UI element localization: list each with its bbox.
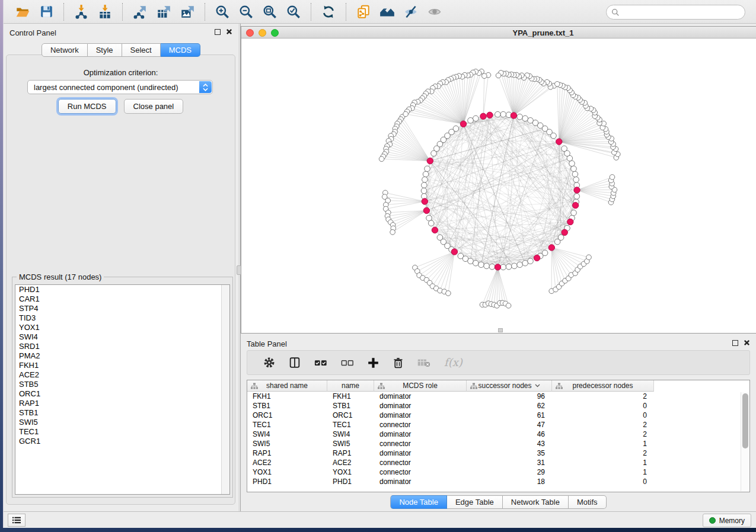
maximize-window-icon[interactable] — [271, 29, 279, 37]
tab-style[interactable]: Style — [88, 43, 122, 57]
table-cell[interactable]: dominator — [374, 392, 467, 401]
zoom-in-icon[interactable] — [213, 3, 231, 21]
task-history-button[interactable] — [8, 514, 25, 527]
search-field[interactable] — [606, 5, 745, 20]
result-node-item[interactable]: RAP1 — [15, 399, 229, 408]
result-node-item[interactable]: PMA2 — [15, 351, 229, 361]
result-node-item[interactable]: SRD1 — [15, 342, 229, 351]
table-cell[interactable]: dominator — [374, 430, 467, 439]
tab-mcds[interactable]: MCDS — [161, 43, 200, 57]
export-table-icon[interactable] — [155, 3, 173, 21]
first-neighbors-icon[interactable] — [378, 3, 396, 21]
table-cell[interactable]: 0 — [552, 401, 654, 411]
table-cell[interactable]: 1 — [552, 467, 654, 477]
result-node-item[interactable]: STP4 — [15, 304, 229, 313]
result-list-scrollbar[interactable] — [221, 285, 229, 494]
table-cell[interactable]: STB1 — [247, 401, 327, 411]
import-network-icon[interactable] — [72, 3, 90, 21]
table-row[interactable]: FKH1FKH1dominator962 — [247, 392, 749, 401]
table-cell[interactable]: 46 — [467, 430, 552, 439]
table-cell[interactable]: dominator — [374, 401, 467, 411]
table-scrollbar[interactable] — [741, 392, 749, 491]
table-row[interactable]: SWI5SWI5connector431 — [247, 439, 749, 448]
table-cell[interactable]: STB1 — [327, 401, 374, 411]
table-cell[interactable]: 2 — [552, 392, 654, 401]
table-cell[interactable]: ORC1 — [247, 411, 327, 420]
hide-selected-icon[interactable] — [402, 3, 420, 21]
result-node-item[interactable]: ORC1 — [15, 389, 229, 399]
table-scrollbar-thumb[interactable] — [742, 393, 748, 448]
zoom-selected-icon[interactable] — [285, 3, 302, 21]
table-row[interactable]: SWI4SWI4dominator462 — [247, 430, 749, 439]
table-cell[interactable]: YOX1 — [247, 467, 327, 477]
refresh-icon[interactable] — [320, 3, 337, 21]
table-cell[interactable]: FKH1 — [247, 392, 327, 401]
zoom-out-icon[interactable] — [237, 3, 255, 21]
minimize-window-icon[interactable] — [259, 29, 266, 37]
table-cell[interactable]: 96 — [467, 392, 552, 401]
table-cell[interactable]: connector — [374, 458, 467, 467]
table-row[interactable]: ACE2ACE2connector311 — [247, 458, 749, 467]
clone-network-icon[interactable] — [355, 3, 372, 21]
export-image-icon[interactable] — [178, 3, 196, 21]
table-cell[interactable]: SWI4 — [247, 430, 327, 439]
table-cell[interactable]: 61 — [467, 411, 552, 420]
table-cell[interactable]: connector — [374, 439, 467, 448]
run-mcds-button[interactable]: Run MCDS — [58, 99, 116, 114]
table-cell[interactable]: 47 — [467, 420, 552, 430]
add-column-icon[interactable] — [367, 357, 379, 369]
table-cell[interactable]: dominator — [374, 477, 467, 486]
save-session-icon[interactable] — [37, 3, 55, 21]
criterion-select[interactable]: largest connected component (undirected) — [27, 80, 213, 94]
column-header-predecessor-nodes[interactable]: predecessor nodes — [552, 380, 654, 392]
horizontal-splitter-grip[interactable] — [498, 328, 503, 332]
table-cell[interactable]: RAP1 — [327, 448, 374, 458]
table-cell[interactable]: 1 — [552, 439, 654, 448]
table-cell[interactable]: SWI5 — [327, 439, 374, 448]
zoom-fit-icon[interactable] — [261, 3, 279, 21]
result-node-item[interactable]: SWI5 — [15, 418, 229, 427]
result-node-item[interactable]: GCR1 — [15, 437, 229, 446]
tab-network-table[interactable]: Network Table — [503, 495, 569, 509]
table-cell[interactable]: YOX1 — [327, 467, 374, 477]
result-node-item[interactable]: STB5 — [15, 380, 229, 389]
result-node-item[interactable]: ACE2 — [15, 370, 229, 380]
tab-node-table[interactable]: Node Table — [390, 495, 447, 509]
table-row[interactable]: YOX1YOX1connector291 — [247, 467, 749, 477]
table-cell[interactable]: FKH1 — [327, 392, 374, 401]
table-settings-gear-icon[interactable] — [263, 356, 276, 369]
table-cell[interactable]: 35 — [467, 448, 552, 458]
tab-network[interactable]: Network — [42, 43, 88, 57]
column-header-shared-name[interactable]: shared name — [247, 380, 327, 392]
table-cell[interactable]: 62 — [467, 401, 552, 411]
import-table-icon[interactable] — [96, 3, 114, 21]
tab-select[interactable]: Select — [122, 43, 161, 57]
table-cell[interactable]: 2 — [552, 420, 654, 430]
table-cell[interactable]: SWI4 — [327, 430, 374, 439]
result-node-item[interactable]: SWI4 — [15, 332, 229, 342]
table-row[interactable]: PHD1PHD1dominator180 — [247, 477, 749, 486]
delete-column-trash-icon[interactable] — [392, 357, 404, 369]
float-panel-icon[interactable] — [732, 340, 738, 346]
table-cell[interactable]: 2 — [552, 430, 654, 439]
memory-button[interactable]: Memory — [703, 514, 751, 527]
column-header-mcds-role[interactable]: MCDS role — [374, 380, 467, 392]
deselect-all-icon[interactable] — [340, 356, 355, 369]
table-row[interactable]: RAP1RAP1dominator352 — [247, 448, 749, 458]
table-cell[interactable]: 0 — [552, 411, 654, 420]
result-node-item[interactable]: STB1 — [15, 408, 229, 418]
column-header-name[interactable]: name — [327, 380, 374, 392]
table-row[interactable]: STB1STB1dominator620 — [247, 401, 749, 411]
table-cell[interactable]: 1 — [552, 458, 654, 467]
table-cell[interactable]: ACE2 — [247, 458, 327, 467]
result-node-item[interactable]: PHD1 — [15, 285, 229, 294]
table-cell[interactable]: PHD1 — [327, 477, 374, 486]
close-panel-icon[interactable] — [744, 339, 750, 346]
network-canvas[interactable] — [241, 39, 756, 334]
table-cell[interactable]: SWI5 — [247, 439, 327, 448]
close-panel-button[interactable]: Close panel — [124, 99, 184, 114]
table-cell[interactable]: 43 — [467, 439, 552, 448]
table-cell[interactable]: dominator — [374, 411, 467, 420]
result-node-item[interactable]: TID3 — [15, 313, 229, 323]
result-node-item[interactable]: CAR1 — [15, 294, 229, 304]
